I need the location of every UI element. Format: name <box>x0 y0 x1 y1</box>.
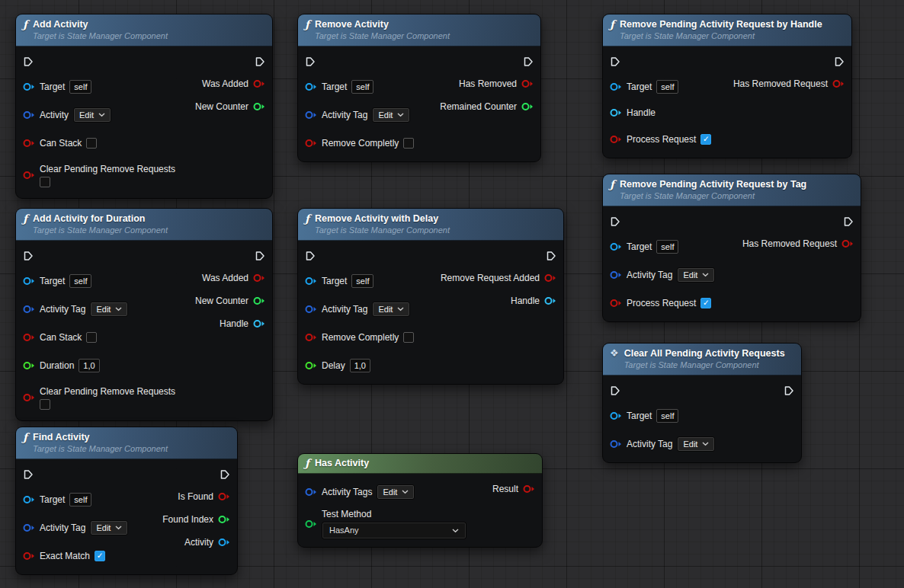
delay-input[interactable]: 1,0 <box>350 359 370 372</box>
target-input[interactable]: self <box>656 409 678 423</box>
target-input[interactable]: self <box>351 274 373 288</box>
has-removed-pin[interactable] <box>521 79 534 88</box>
blueprint-node-find-activity[interactable]: ƒFind ActivityTarget is State Manager Co… <box>15 427 238 575</box>
node-header[interactable]: ƒRemove ActivityTarget is State Manager … <box>298 14 540 46</box>
activity-tag-dropdown[interactable]: Edit <box>677 436 715 452</box>
exec-in-pin[interactable] <box>305 251 316 261</box>
handle-pin[interactable] <box>544 296 556 305</box>
exec-out-pin[interactable] <box>523 56 534 67</box>
blueprint-node-clear-all-pending-activity-requests[interactable]: ❖Clear All Pending Activity RequestsTarg… <box>602 343 802 463</box>
activity-tag-dropdown[interactable]: Edit <box>372 302 410 317</box>
handle-pin[interactable] <box>253 319 265 328</box>
was-added-pin[interactable] <box>253 273 265 283</box>
exec-in-pin[interactable] <box>23 469 34 480</box>
blueprint-node-add-activity-for-duration[interactable]: ƒAdd Activity for DurationTarget is Stat… <box>15 208 273 421</box>
activity-tag-pin[interactable] <box>23 305 35 314</box>
process-request-pin[interactable] <box>610 299 622 308</box>
activity-pin[interactable] <box>218 538 230 547</box>
activity-tags-pin[interactable] <box>305 487 317 497</box>
node-header[interactable]: ƒAdd Activity for DurationTarget is Stat… <box>16 209 272 241</box>
can-stack-pin[interactable] <box>23 333 35 342</box>
exec-in-pin[interactable] <box>610 385 620 396</box>
has-removed-request-pin[interactable] <box>841 239 854 248</box>
target-input[interactable]: self <box>69 80 91 94</box>
target-pin[interactable] <box>305 82 317 91</box>
target-pin[interactable] <box>23 276 35 286</box>
blueprint-node-remove-pending-activity-request-by-handle[interactable]: ƒRemove Pending Activity Request by Hand… <box>602 14 852 158</box>
blueprint-node-remove-activity[interactable]: ƒRemove ActivityTarget is State Manager … <box>297 14 541 162</box>
handle-pin[interactable] <box>610 108 622 117</box>
activity-tag-pin[interactable] <box>610 439 622 449</box>
target-pin[interactable] <box>610 411 622 420</box>
blueprint-node-has-activity[interactable]: ƒHas ActivityActivity TagsEditTest Metho… <box>297 453 543 548</box>
exec-out-pin[interactable] <box>843 216 854 227</box>
target-pin[interactable] <box>610 82 622 91</box>
exact-match-checkbox[interactable]: ✓ <box>95 551 105 561</box>
exec-out-pin[interactable] <box>255 251 265 261</box>
exact-match-pin[interactable] <box>23 551 35 561</box>
node-header[interactable]: ƒRemove Pending Activity Request by TagT… <box>603 174 861 206</box>
clear-pending-remove-requests-checkbox[interactable] <box>40 399 50 410</box>
can-stack-pin[interactable] <box>23 139 35 148</box>
exec-out-pin[interactable] <box>834 56 845 67</box>
activity-tag-pin[interactable] <box>305 305 317 314</box>
exec-out-pin[interactable] <box>220 469 230 480</box>
remove-completly-pin[interactable] <box>305 333 317 342</box>
node-header[interactable]: ƒAdd ActivityTarget is State Manager Com… <box>16 14 272 46</box>
is-found-pin[interactable] <box>218 492 230 501</box>
target-input[interactable]: self <box>69 274 91 288</box>
target-pin[interactable] <box>610 242 622 251</box>
activity-dropdown[interactable]: Edit <box>73 107 111 123</box>
has-removed-request-pin[interactable] <box>832 79 845 88</box>
duration-input[interactable]: 1,0 <box>79 359 99 372</box>
target-pin[interactable] <box>305 276 317 286</box>
clear-pending-remove-requests-pin[interactable] <box>23 393 35 402</box>
target-pin[interactable] <box>23 82 35 91</box>
node-header[interactable]: ƒFind ActivityTarget is State Manager Co… <box>16 427 237 459</box>
delay-pin[interactable] <box>305 361 317 370</box>
node-header[interactable]: ❖Clear All Pending Activity RequestsTarg… <box>603 344 801 375</box>
blueprint-node-remove-activity-with-delay[interactable]: ƒRemove Activity with DelayTarget is Sta… <box>297 208 564 385</box>
remove-completly-checkbox[interactable] <box>403 138 414 149</box>
test-method-select[interactable]: HasAny <box>322 522 466 539</box>
blueprint-node-remove-pending-activity-request-by-tag[interactable]: ƒRemove Pending Activity Request by TagT… <box>602 174 861 322</box>
target-input[interactable]: self <box>656 80 678 94</box>
exec-out-pin[interactable] <box>784 385 794 396</box>
test-method-pin[interactable] <box>305 519 317 529</box>
exec-in-pin[interactable] <box>305 56 316 67</box>
clear-pending-remove-requests-pin[interactable] <box>23 171 35 180</box>
activity-tags-dropdown[interactable]: Edit <box>377 484 415 500</box>
can-stack-checkbox[interactable] <box>86 332 97 343</box>
activity-tag-pin[interactable] <box>305 110 317 120</box>
found-index-pin[interactable] <box>218 515 230 524</box>
process-request-pin[interactable] <box>610 135 622 144</box>
was-added-pin[interactable] <box>253 79 265 88</box>
duration-pin[interactable] <box>23 361 35 370</box>
target-input[interactable]: self <box>69 493 91 507</box>
activity-pin[interactable] <box>23 110 35 120</box>
node-header[interactable]: ƒRemove Activity with DelayTarget is Sta… <box>298 209 563 241</box>
new-counter-pin[interactable] <box>253 102 265 111</box>
remove-request-added-pin[interactable] <box>544 273 556 283</box>
remove-completly-checkbox[interactable] <box>403 332 414 343</box>
target-input[interactable]: self <box>656 240 678 254</box>
target-pin[interactable] <box>23 495 35 504</box>
exec-in-pin[interactable] <box>23 251 34 261</box>
activity-tag-dropdown[interactable]: Edit <box>90 520 128 535</box>
exec-out-pin[interactable] <box>546 251 556 261</box>
activity-tag-pin[interactable] <box>610 270 622 280</box>
remove-completly-pin[interactable] <box>305 139 317 148</box>
process-request-checkbox[interactable]: ✓ <box>700 298 711 308</box>
graph-canvas[interactable]: ƒAdd ActivityTarget is State Manager Com… <box>0 0 904 588</box>
target-input[interactable]: self <box>351 80 373 94</box>
activity-tag-dropdown[interactable]: Edit <box>372 107 410 123</box>
new-counter-pin[interactable] <box>253 296 265 305</box>
activity-tag-dropdown[interactable]: Edit <box>677 267 715 283</box>
exec-in-pin[interactable] <box>23 56 34 67</box>
remained-counter-pin[interactable] <box>521 102 534 111</box>
exec-in-pin[interactable] <box>610 56 620 67</box>
clear-pending-remove-requests-checkbox[interactable] <box>40 177 50 187</box>
blueprint-node-add-activity[interactable]: ƒAdd ActivityTarget is State Manager Com… <box>15 14 273 199</box>
activity-tag-pin[interactable] <box>23 523 35 532</box>
process-request-checkbox[interactable]: ✓ <box>700 134 711 145</box>
